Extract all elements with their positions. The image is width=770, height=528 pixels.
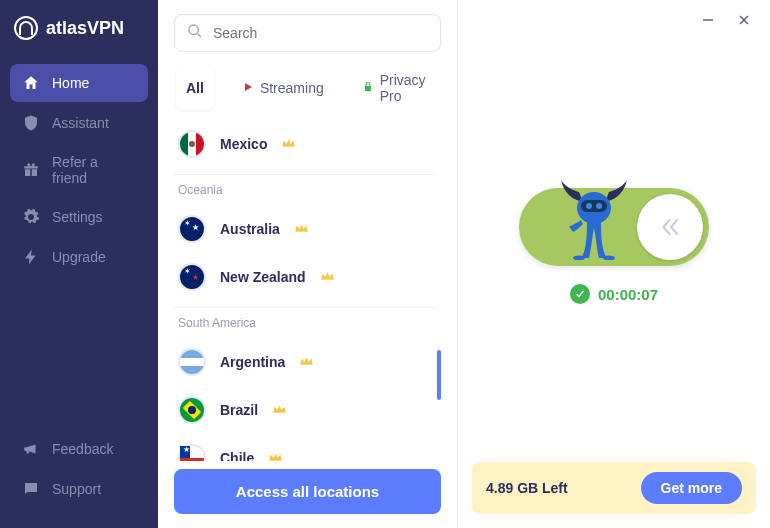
toggle-knob <box>637 194 703 260</box>
gift-icon <box>22 161 40 179</box>
sidebar: atlasVPN Home Assistant Refer a friend S… <box>0 0 158 528</box>
svg-point-0 <box>189 25 198 34</box>
flag-icon <box>178 444 206 461</box>
megaphone-icon <box>22 440 40 458</box>
location-name: New Zealand <box>220 269 306 285</box>
locations-panel: All Streaming Privacy Pro Mexico Oceania… <box>158 0 458 528</box>
nav-secondary: Feedback Support <box>0 422 158 516</box>
location-name: Argentina <box>220 354 285 370</box>
brand-text: atlasVPN <box>46 18 124 39</box>
sidebar-item-label: Feedback <box>52 441 113 457</box>
flag-icon <box>178 130 206 158</box>
location-tabs: All Streaming Privacy Pro <box>176 66 439 110</box>
location-name: Mexico <box>220 136 267 152</box>
sidebar-item-feedback[interactable]: Feedback <box>10 430 148 468</box>
check-icon <box>570 284 590 304</box>
location-row[interactable]: ✶★ Australia <box>174 205 437 253</box>
tab-privacy-pro[interactable]: Privacy Pro <box>352 66 439 110</box>
crown-icon <box>268 449 283 461</box>
location-row[interactable]: Argentina <box>174 338 437 386</box>
location-list[interactable]: Mexico Oceania ✶★ Australia ✶★ New Zeala… <box>174 120 441 461</box>
search-icon <box>187 23 203 43</box>
crown-icon <box>281 135 296 153</box>
crown-icon <box>294 220 309 238</box>
tab-label: All <box>186 80 204 96</box>
search-box[interactable] <box>174 14 441 52</box>
tab-streaming[interactable]: Streaming <box>232 66 334 110</box>
brand: atlasVPN <box>0 12 158 56</box>
sidebar-item-label: Assistant <box>52 115 109 131</box>
chat-icon <box>22 480 40 498</box>
main-panel: 00:00:07 4.89 GB Left Get more <box>458 0 770 528</box>
connection-center: 00:00:07 <box>458 40 770 452</box>
flag-icon: ✶★ <box>178 263 206 291</box>
flag-icon <box>178 396 206 424</box>
bolt-icon <box>22 248 40 266</box>
sidebar-item-support[interactable]: Support <box>10 470 148 508</box>
svg-point-3 <box>586 203 592 209</box>
sidebar-item-assistant[interactable]: Assistant <box>10 104 148 142</box>
play-icon <box>242 80 254 96</box>
connection-status: 00:00:07 <box>570 284 658 304</box>
sidebar-item-home[interactable]: Home <box>10 64 148 102</box>
data-bar: 4.89 GB Left Get more <box>472 462 756 514</box>
sidebar-item-label: Support <box>52 481 101 497</box>
lock-icon <box>362 80 374 96</box>
sidebar-item-refer[interactable]: Refer a friend <box>10 144 148 196</box>
tab-label: Privacy Pro <box>380 72 429 104</box>
sidebar-item-label: Settings <box>52 209 103 225</box>
location-name: Australia <box>220 221 280 237</box>
connection-toggle[interactable] <box>519 188 709 266</box>
group-label: South America <box>174 307 437 338</box>
sidebar-item-label: Upgrade <box>52 249 106 265</box>
brand-logo-icon <box>14 16 38 40</box>
tab-all[interactable]: All <box>176 66 214 110</box>
location-row[interactable]: Brazil <box>174 386 437 434</box>
get-more-button[interactable]: Get more <box>641 472 742 504</box>
home-icon <box>22 74 40 92</box>
tab-label: Streaming <box>260 80 324 96</box>
sidebar-item-label: Home <box>52 75 89 91</box>
gear-icon <box>22 208 40 226</box>
svg-rect-2 <box>581 200 607 212</box>
location-row[interactable]: Chile <box>174 434 437 461</box>
flag-icon: ✶★ <box>178 215 206 243</box>
connection-timer: 00:00:07 <box>598 286 658 303</box>
sidebar-item-label: Refer a friend <box>52 154 136 186</box>
svg-point-4 <box>596 203 602 209</box>
location-row[interactable]: Mexico <box>174 120 437 168</box>
access-all-button[interactable]: Access all locations <box>174 469 441 514</box>
scrollbar[interactable] <box>437 120 441 400</box>
location-name: Chile <box>220 450 254 461</box>
location-row[interactable]: ✶★ New Zealand <box>174 253 437 301</box>
sidebar-item-settings[interactable]: Settings <box>10 198 148 236</box>
crown-icon <box>299 353 314 371</box>
group-label: Oceania <box>174 174 437 205</box>
minimize-button[interactable] <box>700 12 716 28</box>
search-input[interactable] <box>213 25 428 41</box>
close-button[interactable] <box>736 12 752 28</box>
crown-icon <box>320 268 335 286</box>
sidebar-item-upgrade[interactable]: Upgrade <box>10 238 148 276</box>
chevron-left-double-icon <box>657 214 683 240</box>
title-bar <box>458 0 770 40</box>
location-name: Brazil <box>220 402 258 418</box>
crown-icon <box>272 401 287 419</box>
shield-icon <box>22 114 40 132</box>
mascot-icon <box>559 178 629 260</box>
flag-icon <box>178 348 206 376</box>
nav-primary: Home Assistant Refer a friend Settings U… <box>0 56 158 284</box>
data-remaining: 4.89 GB Left <box>486 480 568 496</box>
